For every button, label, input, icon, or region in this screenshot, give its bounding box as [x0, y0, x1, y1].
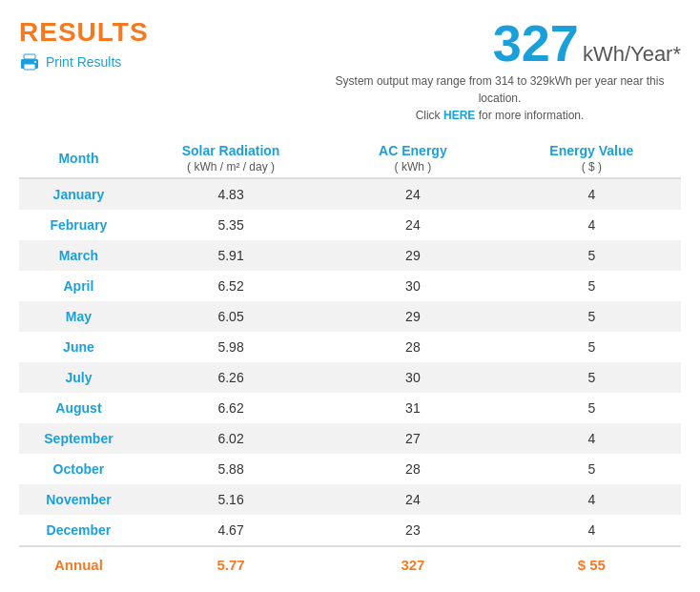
print-icon	[19, 53, 40, 71]
cell-month: November	[19, 484, 138, 515]
cell-solar: 5.88	[138, 454, 323, 484]
table-row: March 5.91 29 5	[19, 240, 681, 271]
annual-solar: 5.77	[138, 546, 323, 582]
annual-label: Annual	[19, 546, 138, 582]
cell-solar: 4.83	[138, 178, 323, 210]
cell-solar: 5.35	[138, 210, 323, 240]
table-row: June 5.98 28 5	[19, 332, 681, 362]
cell-month: May	[19, 301, 138, 332]
cell-month: August	[19, 393, 138, 423]
cell-ac: 30	[323, 362, 502, 393]
cell-solar: 6.62	[138, 393, 323, 423]
kwh-value: 327	[493, 17, 579, 69]
table-row: July 6.26 30 5	[19, 362, 681, 393]
system-note: System output may range from 314 to 329k…	[319, 72, 681, 124]
cell-solar: 6.26	[138, 362, 323, 393]
cell-value: 5	[503, 301, 681, 332]
cell-value: 5	[503, 332, 681, 362]
cell-month: January	[19, 178, 138, 210]
col-ac-label: AC Energy	[379, 143, 447, 158]
svg-rect-3	[24, 54, 35, 59]
cell-value: 4	[503, 515, 681, 546]
cell-ac: 28	[323, 454, 502, 484]
table-row: September 6.02 27 4	[19, 423, 681, 454]
col-energy-label: Energy Value	[549, 143, 633, 158]
cell-value: 4	[503, 178, 681, 210]
cell-value: 4	[503, 423, 681, 454]
table-header-row: Month Solar Radiation ( kWh / m² / day )…	[19, 133, 681, 178]
cell-ac: 29	[323, 301, 502, 332]
cell-month: March	[19, 240, 138, 271]
col-solar-sub: ( kWh / m² / day )	[187, 160, 275, 174]
table-body: January 4.83 24 4 February 5.35 24 4 Mar…	[19, 178, 681, 546]
table-row: November 5.16 24 4	[19, 484, 681, 515]
table-footer: Annual 5.77 327 $ 55	[19, 546, 681, 582]
cell-value: 5	[503, 454, 681, 484]
cell-solar: 5.91	[138, 240, 323, 271]
svg-point-4	[34, 61, 36, 63]
cell-ac: 31	[323, 393, 502, 423]
header-section: RESULTS Print Results 327 kWh/Year* Syst…	[19, 17, 681, 124]
print-label: Print Results	[46, 54, 121, 70]
left-header: RESULTS Print Results	[19, 17, 149, 71]
cell-month: October	[19, 454, 138, 484]
cell-month: June	[19, 332, 138, 362]
cell-value: 5	[503, 362, 681, 393]
table-row: October 5.88 28 5	[19, 454, 681, 484]
col-header-ac: AC Energy ( kWh )	[323, 133, 502, 178]
cell-solar: 5.98	[138, 332, 323, 362]
cell-solar: 5.16	[138, 484, 323, 515]
cell-ac: 24	[323, 178, 502, 210]
cell-month: April	[19, 271, 138, 301]
cell-value: 4	[503, 484, 681, 515]
cell-ac: 28	[323, 332, 502, 362]
cell-solar: 4.67	[138, 515, 323, 546]
col-header-energy: Energy Value ( $ )	[503, 133, 681, 178]
cell-value: 4	[503, 210, 681, 240]
table-row: December 4.67 23 4	[19, 515, 681, 546]
col-header-month: Month	[19, 133, 138, 178]
system-note-text2: Click	[416, 109, 443, 122]
kwh-unit: kWh/Year*	[583, 42, 681, 67]
print-button[interactable]: Print Results	[19, 53, 149, 71]
cell-ac: 30	[323, 271, 502, 301]
system-note-text1: System output may range from 314 to 329k…	[336, 74, 665, 105]
cell-value: 5	[503, 393, 681, 423]
table-row: January 4.83 24 4	[19, 178, 681, 210]
results-title: RESULTS	[19, 17, 149, 48]
cell-solar: 6.05	[138, 301, 323, 332]
annual-value: $ 55	[503, 546, 681, 582]
table-row: February 5.35 24 4	[19, 210, 681, 240]
right-header: 327 kWh/Year* System output may range fr…	[319, 17, 681, 124]
col-ac-sub: ( kWh )	[395, 160, 432, 174]
col-energy-sub: ( $ )	[582, 160, 602, 174]
cell-solar: 6.02	[138, 423, 323, 454]
svg-rect-2	[24, 64, 35, 70]
table-row: April 6.52 30 5	[19, 271, 681, 301]
table-row: May 6.05 29 5	[19, 301, 681, 332]
cell-ac: 29	[323, 240, 502, 271]
cell-month: September	[19, 423, 138, 454]
cell-month: December	[19, 515, 138, 546]
annual-row: Annual 5.77 327 $ 55	[19, 546, 681, 582]
cell-solar: 6.52	[138, 271, 323, 301]
cell-month: February	[19, 210, 138, 240]
cell-ac: 24	[323, 210, 502, 240]
annual-ac: 327	[323, 546, 502, 582]
cell-value: 5	[503, 271, 681, 301]
here-link[interactable]: HERE	[443, 109, 475, 122]
col-solar-label: Solar Radiation	[182, 143, 280, 158]
system-note-text3: for more information.	[475, 109, 584, 122]
table-row: August 6.62 31 5	[19, 393, 681, 423]
cell-value: 5	[503, 240, 681, 271]
cell-ac: 24	[323, 484, 502, 515]
cell-month: July	[19, 362, 138, 393]
cell-ac: 27	[323, 423, 502, 454]
kwh-line: 327 kWh/Year*	[319, 17, 681, 69]
cell-ac: 23	[323, 515, 502, 546]
results-table: Month Solar Radiation ( kWh / m² / day )…	[19, 133, 681, 582]
col-header-solar: Solar Radiation ( kWh / m² / day )	[138, 133, 323, 178]
